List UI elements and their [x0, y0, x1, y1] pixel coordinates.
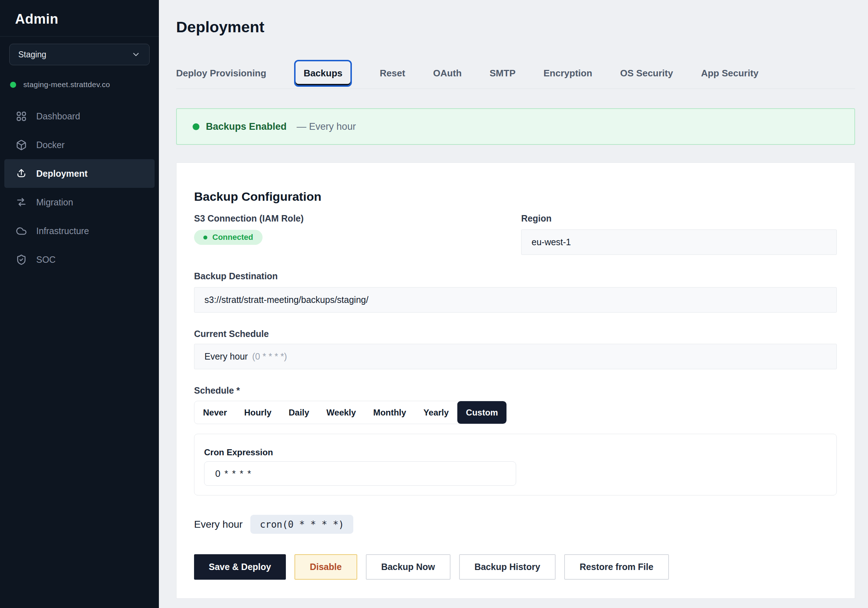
- region-label: Region: [521, 213, 837, 224]
- backup-history-button[interactable]: Backup History: [459, 554, 556, 580]
- connected-dot: [203, 235, 207, 240]
- grid-icon: [16, 111, 27, 122]
- schedule-option-hourly[interactable]: Hourly: [236, 401, 280, 424]
- enabled-status-dot: [192, 123, 200, 130]
- tab-os-security[interactable]: OS Security: [620, 68, 673, 79]
- tab-backups-active-ring[interactable]: Backups: [294, 60, 352, 87]
- sidebar-item-infrastructure[interactable]: Infrastructure: [4, 217, 155, 245]
- cloud-icon: [16, 226, 27, 237]
- environment-domain-row: staging-meet.strattdev.co: [9, 80, 150, 89]
- tab-app-security[interactable]: App Security: [701, 68, 758, 79]
- shield-check-icon: [16, 254, 27, 265]
- tab-deploy-provisioning[interactable]: Deploy Provisioning: [176, 68, 266, 79]
- sidebar-item-label: Infrastructure: [36, 226, 89, 236]
- action-buttons-row: Save & Deploy Disable Backup Now Backup …: [194, 554, 837, 580]
- schedule-option-weekly[interactable]: Weekly: [318, 401, 364, 424]
- current-schedule-value: Every hour: [205, 351, 248, 362]
- disable-button[interactable]: Disable: [294, 554, 357, 580]
- sidebar-item-soc[interactable]: SOC: [4, 245, 155, 274]
- restore-from-file-button[interactable]: Restore from File: [564, 554, 669, 580]
- schedule-option-yearly[interactable]: Yearly: [415, 401, 457, 424]
- schedule-label: Schedule *: [194, 385, 837, 396]
- tab-oauth[interactable]: OAuth: [433, 68, 462, 79]
- current-schedule-field[interactable]: Every hour (0 * * * *): [194, 344, 837, 369]
- tab-backups[interactable]: Backups: [304, 68, 342, 79]
- main-content: Deployment Deploy Provisioning Backups R…: [159, 0, 868, 608]
- tab-bar: Deploy Provisioning Backups Reset OAuth …: [176, 58, 855, 89]
- cron-expression-panel: Cron Expression: [194, 434, 837, 495]
- cron-expression-input[interactable]: [204, 461, 516, 486]
- online-status-dot: [10, 82, 16, 88]
- sidebar-item-deployment[interactable]: Deployment: [4, 159, 155, 188]
- region-input[interactable]: [521, 229, 837, 255]
- cube-icon: [16, 139, 27, 150]
- sidebar-item-label: Dashboard: [36, 111, 80, 122]
- schedule-option-never[interactable]: Never: [194, 401, 236, 424]
- sidebar-item-label: Docker: [36, 140, 65, 150]
- sidebar-item-migration[interactable]: Migration: [4, 188, 155, 217]
- connected-text: Connected: [212, 233, 253, 242]
- s3-connection-label: S3 Connection (IAM Role): [194, 213, 521, 224]
- backups-enabled-banner: Backups Enabled — Every hour: [176, 108, 855, 145]
- schedule-segmented-control: Never Hourly Daily Weekly Monthly Yearly…: [194, 401, 507, 424]
- app-title: Admin: [15, 11, 144, 27]
- environment-domain: staging-meet.strattdev.co: [23, 80, 110, 89]
- sidebar-item-label: Deployment: [36, 169, 87, 179]
- backup-destination-group: Backup Destination: [194, 271, 837, 313]
- sidebar-header: Admin: [0, 0, 159, 37]
- page-title: Deployment: [176, 17, 855, 37]
- connected-status-badge: Connected: [194, 230, 262, 245]
- schedule-option-monthly[interactable]: Monthly: [364, 401, 415, 424]
- transfer-arrows-icon: [16, 197, 27, 208]
- s3-connection-group: S3 Connection (IAM Role) Connected: [194, 213, 521, 255]
- sidebar-item-label: SOC: [36, 255, 56, 265]
- sidebar-item-docker[interactable]: Docker: [4, 130, 155, 159]
- cron-summary-code: cron(0 * * * *): [250, 515, 353, 534]
- tab-reset[interactable]: Reset: [380, 68, 405, 79]
- upload-icon: [16, 168, 27, 179]
- schedule-group: Schedule * Never Hourly Daily Weekly Mon…: [194, 385, 837, 424]
- backup-now-button[interactable]: Backup Now: [366, 554, 451, 580]
- environment-select-value: Staging: [18, 50, 131, 59]
- tab-encryption[interactable]: Encryption: [543, 68, 592, 79]
- sidebar-item-dashboard[interactable]: Dashboard: [4, 102, 155, 130]
- card-title: Backup Configuration: [194, 189, 837, 204]
- current-schedule-label: Current Schedule: [194, 328, 837, 339]
- backup-destination-label: Backup Destination: [194, 271, 837, 282]
- backup-configuration-card: Backup Configuration S3 Connection (IAM …: [176, 162, 855, 599]
- cron-summary-text: Every hour: [194, 519, 242, 530]
- backup-destination-input[interactable]: [194, 287, 837, 313]
- current-schedule-cron-hint: (0 * * * *): [252, 351, 287, 362]
- cron-expression-label: Cron Expression: [204, 447, 827, 458]
- current-schedule-group: Current Schedule Every hour (0 * * * *): [194, 328, 837, 369]
- sidebar-nav: Dashboard Docker Deployment Migration: [0, 102, 159, 274]
- region-group: Region: [521, 213, 837, 255]
- schedule-option-custom[interactable]: Custom: [457, 401, 507, 424]
- sidebar-item-label: Migration: [36, 197, 73, 207]
- connection-region-row: S3 Connection (IAM Role) Connected Regio…: [194, 213, 837, 255]
- banner-status-text: Backups Enabled: [206, 121, 287, 132]
- environment-select[interactable]: Staging: [9, 44, 150, 65]
- tab-smtp[interactable]: SMTP: [490, 68, 515, 79]
- save-deploy-button[interactable]: Save & Deploy: [194, 554, 286, 580]
- schedule-option-daily[interactable]: Daily: [280, 401, 318, 424]
- banner-detail-text: — Every hour: [297, 121, 356, 132]
- chevron-down-icon: [131, 50, 141, 59]
- cron-summary-row: Every hour cron(0 * * * *): [194, 515, 837, 534]
- sidebar: Admin Staging staging-meet.strattdev.co …: [0, 0, 159, 608]
